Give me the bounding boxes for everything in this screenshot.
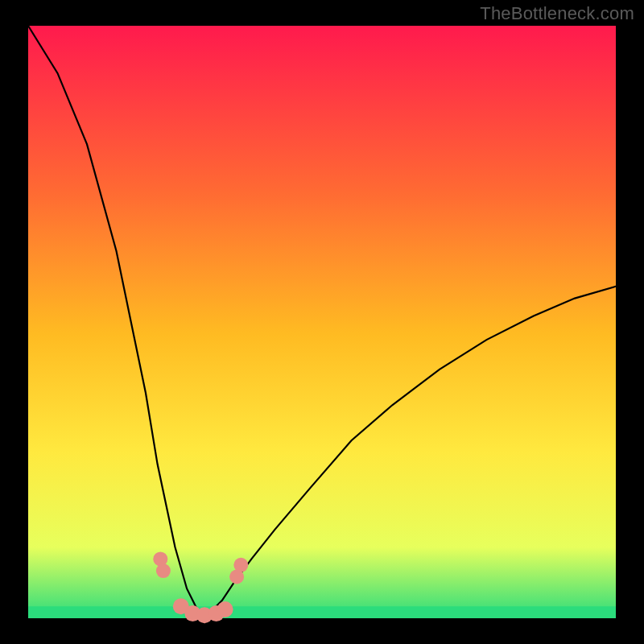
- marker-point: [156, 564, 171, 578]
- plot-background: [28, 26, 616, 618]
- watermark-text: TheBottleneck.com: [480, 3, 634, 24]
- bottom-green-band: [28, 606, 616, 618]
- marker-point: [217, 601, 233, 617]
- marker-point: [233, 558, 248, 572]
- bottleneck-chart: [0, 0, 644, 644]
- chart-frame: TheBottleneck.com: [0, 0, 644, 644]
